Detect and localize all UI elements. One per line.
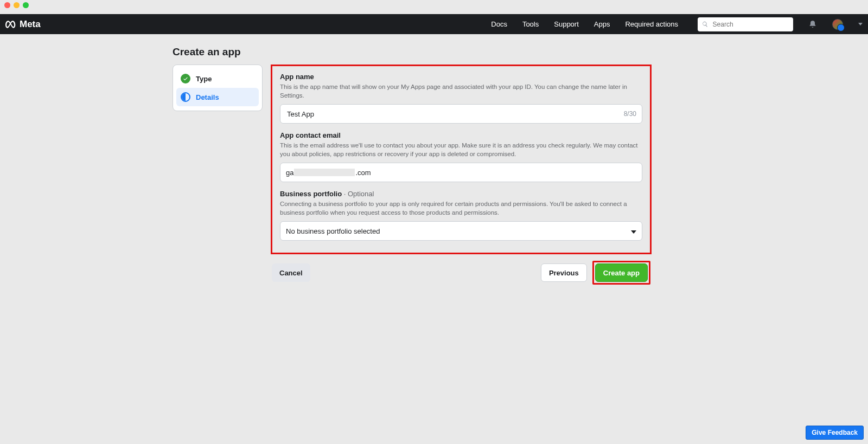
field-email: App contact email This is the email addr… bbox=[280, 131, 642, 182]
meta-logo-icon bbox=[5, 19, 16, 30]
nav-docs[interactable]: Docs bbox=[491, 20, 507, 28]
create-button-highlight: Create app bbox=[592, 261, 650, 285]
form-area: App name This is the app name that will … bbox=[271, 65, 652, 285]
portfolio-selected-value: No business portfolio selected bbox=[286, 227, 380, 235]
cancel-button[interactable]: Cancel bbox=[272, 263, 310, 282]
portfolio-label: Business portfolio · Optional bbox=[280, 190, 642, 198]
minimize-window-dot[interactable] bbox=[14, 2, 20, 8]
field-portfolio: Business portfolio · Optional Connecting… bbox=[280, 190, 642, 241]
nav-support[interactable]: Support bbox=[554, 20, 579, 28]
email-desc: This is the email address we'll use to c… bbox=[280, 141, 642, 158]
brand-name: Meta bbox=[20, 19, 41, 30]
nav-links: Docs Tools Support Apps Required actions bbox=[491, 17, 863, 31]
app-name-input-wrap[interactable]: 8/30 bbox=[280, 104, 642, 124]
previous-button[interactable]: Previous bbox=[541, 263, 587, 282]
half-circle-progress-icon bbox=[181, 92, 190, 102]
app-name-counter: 8/30 bbox=[624, 110, 636, 118]
zoom-window-dot[interactable] bbox=[23, 2, 29, 8]
email-redacted bbox=[294, 169, 355, 176]
email-prefix: ga bbox=[286, 169, 293, 177]
app-name-input[interactable] bbox=[286, 110, 620, 119]
app-name-desc: This is the app name that will show on y… bbox=[280, 83, 642, 100]
user-avatar[interactable] bbox=[832, 19, 843, 30]
step-details[interactable]: Details bbox=[176, 88, 259, 106]
check-circle-icon bbox=[181, 74, 190, 83]
search-box[interactable] bbox=[698, 17, 793, 31]
account-menu-chevron-icon[interactable] bbox=[858, 23, 863, 25]
step-details-label: Details bbox=[196, 93, 219, 101]
brand-logo[interactable]: Meta bbox=[5, 19, 41, 30]
window-traffic-lights bbox=[4, 2, 29, 8]
email-label: App contact email bbox=[280, 131, 642, 139]
portfolio-select[interactable]: No business portfolio selected bbox=[280, 221, 642, 241]
app-name-label: App name bbox=[280, 73, 642, 81]
steps-sidebar: Type Details bbox=[173, 65, 263, 111]
top-navbar: Meta Docs Tools Support Apps Required ac… bbox=[0, 14, 868, 34]
fields-highlight-box: App name This is the app name that will … bbox=[271, 65, 652, 254]
search-icon bbox=[702, 21, 709, 28]
email-input-wrap[interactable]: ga .com bbox=[280, 163, 642, 182]
form-actions: Cancel Previous Create app bbox=[271, 261, 652, 285]
dropdown-caret-icon bbox=[631, 226, 636, 236]
give-feedback-button[interactable]: Give Feedback bbox=[806, 426, 864, 440]
step-type[interactable]: Type bbox=[176, 69, 259, 88]
nav-tools[interactable]: Tools bbox=[522, 20, 539, 28]
nav-apps[interactable]: Apps bbox=[594, 20, 610, 28]
page-title: Create an app bbox=[173, 46, 241, 58]
email-suffix: .com bbox=[355, 169, 371, 177]
notifications-icon[interactable] bbox=[808, 20, 817, 29]
nav-required-actions[interactable]: Required actions bbox=[625, 20, 678, 28]
portfolio-desc: Connecting a business portfolio to your … bbox=[280, 200, 642, 217]
create-app-button[interactable]: Create app bbox=[595, 263, 648, 282]
step-type-label: Type bbox=[196, 75, 212, 83]
search-input[interactable] bbox=[712, 20, 789, 29]
page-content: Create an app Type Details App name This… bbox=[0, 34, 868, 444]
close-window-dot[interactable] bbox=[4, 2, 10, 8]
field-app-name: App name This is the app name that will … bbox=[280, 73, 642, 124]
